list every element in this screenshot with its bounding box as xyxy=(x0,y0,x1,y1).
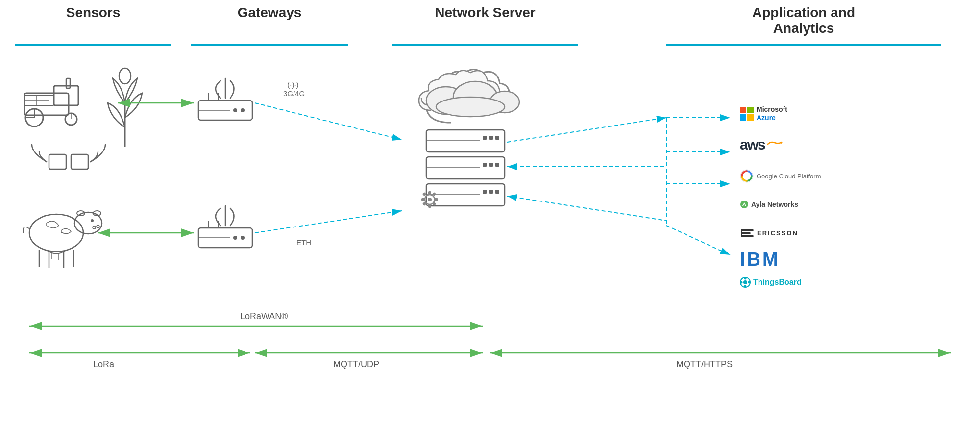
underline-sensors xyxy=(15,44,172,46)
label-lora: LoRa xyxy=(93,359,114,370)
svg-rect-100 xyxy=(741,229,742,237)
underline-gateways xyxy=(191,44,348,46)
svg-rect-35 xyxy=(198,101,252,120)
partner-ibm: IBM xyxy=(740,250,780,269)
svg-line-48 xyxy=(255,211,402,233)
svg-point-20 xyxy=(97,225,99,228)
svg-point-69 xyxy=(428,198,432,201)
svg-rect-58 xyxy=(426,157,505,179)
svg-rect-54 xyxy=(483,136,487,140)
svg-point-102 xyxy=(743,280,747,284)
svg-rect-59 xyxy=(483,163,487,167)
partner-aws: aws xyxy=(740,137,783,152)
svg-line-85 xyxy=(666,226,730,255)
svg-point-105 xyxy=(744,285,747,288)
label-eth: ETH xyxy=(296,238,311,247)
svg-line-78 xyxy=(507,118,666,142)
diagram-container: Sensors Gateways Network Server Applicat… xyxy=(0,0,980,428)
svg-rect-74 xyxy=(422,192,426,196)
svg-point-17 xyxy=(77,211,85,216)
header-sensors: Sensors xyxy=(15,5,172,21)
header-app: Application and Analytics xyxy=(666,5,941,36)
gear-icon xyxy=(421,191,438,208)
diagram-svg: (·)·) 3G/4G ETH xyxy=(0,0,980,428)
top-gateway-icon xyxy=(198,78,252,120)
partner-ericsson: ERICSSON xyxy=(740,226,798,240)
svg-rect-56 xyxy=(495,136,499,140)
svg-point-15 xyxy=(29,214,83,252)
svg-point-36 xyxy=(233,108,237,112)
svg-rect-97 xyxy=(741,229,754,231)
svg-rect-99 xyxy=(741,235,754,237)
svg-point-104 xyxy=(748,281,751,284)
svg-point-19 xyxy=(91,219,94,222)
label-3g4g: (·)·) 3G/4G xyxy=(283,80,305,98)
partner-ayla: Ayla Networks xyxy=(740,200,798,209)
svg-rect-0 xyxy=(24,93,69,115)
svg-rect-72 xyxy=(421,198,425,201)
svg-rect-64 xyxy=(483,190,487,194)
svg-point-50 xyxy=(453,81,497,113)
svg-rect-91 xyxy=(747,107,754,113)
svg-point-2 xyxy=(25,109,43,126)
svg-rect-66 xyxy=(495,190,499,194)
crop-icon xyxy=(108,68,142,147)
underline-app xyxy=(666,44,941,46)
partner-microsoft-azure: Microsoft Azure xyxy=(740,105,787,122)
svg-point-43 xyxy=(241,236,245,240)
svg-rect-61 xyxy=(495,163,499,167)
svg-rect-73 xyxy=(434,198,438,201)
svg-rect-4 xyxy=(24,96,54,105)
svg-point-68 xyxy=(425,195,435,204)
svg-point-12 xyxy=(119,68,131,84)
cow-icon xyxy=(24,211,102,268)
label-mqtt-https: MQTT/HTTPS xyxy=(676,359,733,370)
svg-rect-14 xyxy=(71,154,88,169)
lora-device-icon xyxy=(32,145,105,169)
svg-rect-60 xyxy=(489,163,493,167)
svg-line-80 xyxy=(507,196,666,221)
bottom-gateway-icon xyxy=(198,206,252,248)
svg-rect-77 xyxy=(432,192,436,196)
svg-rect-93 xyxy=(747,114,754,121)
server-stack-icon xyxy=(426,130,505,206)
svg-rect-71 xyxy=(428,204,431,208)
svg-point-49 xyxy=(426,87,466,114)
partner-thingsboard: ThingsBoard xyxy=(740,277,802,288)
svg-rect-70 xyxy=(428,191,431,195)
svg-point-16 xyxy=(74,212,102,234)
svg-point-103 xyxy=(744,277,747,280)
svg-rect-7 xyxy=(66,78,70,88)
svg-point-52 xyxy=(436,97,505,117)
svg-line-47 xyxy=(255,103,402,140)
cloud-icon xyxy=(419,70,519,123)
svg-rect-55 xyxy=(489,136,493,140)
svg-rect-76 xyxy=(422,202,426,206)
svg-rect-65 xyxy=(489,190,493,194)
svg-point-18 xyxy=(93,211,101,216)
svg-point-42 xyxy=(233,236,237,240)
header-network: Network Server xyxy=(392,5,578,21)
svg-rect-1 xyxy=(54,86,78,105)
svg-rect-75 xyxy=(432,202,436,206)
svg-rect-90 xyxy=(740,107,746,113)
svg-point-37 xyxy=(241,108,245,112)
svg-rect-63 xyxy=(426,184,505,206)
tractor-icon xyxy=(24,78,78,126)
header-gateways: Gateways xyxy=(191,5,348,21)
label-mqtt-udp: MQTT/UDP xyxy=(333,359,379,370)
svg-point-3 xyxy=(65,113,77,125)
svg-rect-13 xyxy=(49,154,66,169)
partner-gcp: Google Cloud Platform xyxy=(740,169,821,183)
svg-rect-53 xyxy=(426,130,505,152)
label-lorawan: LoRaWAN® xyxy=(240,311,288,322)
svg-point-21 xyxy=(93,226,96,229)
svg-point-51 xyxy=(490,91,519,113)
svg-point-96 xyxy=(740,201,748,208)
svg-rect-41 xyxy=(198,228,252,248)
svg-point-106 xyxy=(740,281,743,284)
underline-network xyxy=(392,44,578,46)
svg-rect-92 xyxy=(740,114,746,121)
